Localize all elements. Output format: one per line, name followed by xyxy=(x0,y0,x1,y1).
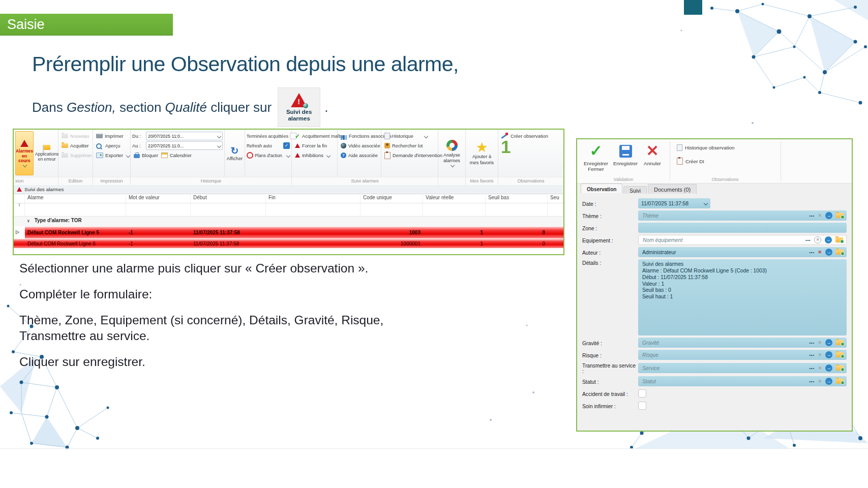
folder-add-icon[interactable] xyxy=(836,250,844,255)
go-icon[interactable]: → xyxy=(825,364,832,372)
clear-icon[interactable]: ✕ xyxy=(814,236,821,243)
creer-di-button[interactable]: Créer DI xyxy=(677,158,704,165)
risque-input[interactable] xyxy=(641,352,806,358)
auteur-field: •••✕→ xyxy=(638,247,847,257)
telescope-icon xyxy=(501,133,508,139)
column-header-alarme[interactable]: Alarme xyxy=(25,194,126,203)
theme-input[interactable] xyxy=(641,212,806,219)
ribbon-group-suivi-1: ✓Acquittement maître Forcer la fin Inhib… xyxy=(292,130,338,177)
ellipsis-icon[interactable]: ••• xyxy=(810,379,815,384)
go-icon[interactable]: → xyxy=(825,236,832,243)
forcer-la-fin-button[interactable]: Forcer la fin xyxy=(293,141,336,150)
auteur-input[interactable] xyxy=(641,249,806,256)
cell-fin xyxy=(266,227,361,238)
statut-input[interactable] xyxy=(641,378,806,385)
calendrier-button[interactable]: Calendrier xyxy=(160,150,192,160)
clear-icon[interactable]: ✕ xyxy=(818,213,822,218)
imprimer-button[interactable]: Imprimer xyxy=(95,131,129,141)
magnifier-icon xyxy=(96,143,102,149)
alarm-tab-title[interactable]: Suivi des alarmes xyxy=(24,187,64,192)
clear-icon[interactable]: ✕ xyxy=(818,250,822,255)
go-icon[interactable]: → xyxy=(825,378,832,385)
transmettre-input[interactable] xyxy=(641,365,806,372)
alarm-row[interactable]: Défaut COM Rockwell Ligne 6 -1 11/07/202… xyxy=(14,239,563,248)
zone-input[interactable] xyxy=(641,225,844,231)
historique-button[interactable]: Historique xyxy=(383,131,436,141)
folder-add-icon[interactable] xyxy=(836,213,844,218)
filter-cell[interactable] xyxy=(191,203,266,216)
column-header-valeur-reelle[interactable]: Valeur réelle xyxy=(423,194,486,203)
ellipsis-icon[interactable]: ••• xyxy=(810,366,815,371)
bloquer-button[interactable]: Bloquer xyxy=(132,150,158,160)
folder-add-icon[interactable] xyxy=(836,379,844,384)
ajouter-favoris-button[interactable]: ★ Ajouter à mes favoris xyxy=(467,131,496,175)
go-icon[interactable]: → xyxy=(825,339,832,346)
video-associee-button[interactable]: Vidéo associée xyxy=(339,141,379,150)
column-header-code-unique[interactable]: Code unique xyxy=(361,194,423,203)
alarm-table: Alarme Mot de valeur Début Fin Code uniq… xyxy=(14,194,563,254)
filter-cell[interactable] xyxy=(423,203,486,216)
annuler-button[interactable]: ✕ Annuler xyxy=(640,143,665,166)
ellipsis-icon[interactable]: ••• xyxy=(805,238,811,242)
enregistrer-button[interactable]: Enregistrer xyxy=(611,143,640,166)
column-header-mot-de-valeur[interactable]: Mot de valeur xyxy=(126,194,191,203)
inhibitions-button[interactable]: Inhibitions xyxy=(293,150,336,160)
filter-cell[interactable] xyxy=(361,203,423,216)
tab-observation[interactable]: Observation xyxy=(581,184,622,193)
afficher-button[interactable]: ↻ Afficher xyxy=(226,131,243,175)
alarm-row-selected[interactable]: ▷ Défaut COM Rockwell Ligne 5 -1 11/07/2… xyxy=(14,226,563,239)
intro-text: Dans xyxy=(32,100,67,115)
ellipsis-icon[interactable]: ••• xyxy=(810,353,815,357)
aide-associee-button[interactable]: ?Aide associée xyxy=(339,150,379,160)
refresh-auto-checkbox[interactable]: ✓ xyxy=(283,142,290,149)
clear-icon[interactable]: ✕ xyxy=(818,379,822,384)
folder-add-icon[interactable] xyxy=(836,365,844,371)
details-textarea[interactable]: Suivi des alarmes Alarme : Défaut COM Ro… xyxy=(638,259,847,336)
analyse-alarmes-button[interactable]: Analyse alarmes xyxy=(440,131,464,175)
ellipsis-icon[interactable]: ••• xyxy=(810,341,815,345)
applications-en-erreur-button[interactable]: Applications en erreur xyxy=(35,131,58,175)
ellipsis-icon[interactable]: ••• xyxy=(810,250,815,255)
go-icon[interactable]: → xyxy=(825,351,832,358)
historique-observation-button[interactable]: Historique observation xyxy=(677,144,734,151)
accident-travail-checkbox[interactable] xyxy=(638,389,646,398)
folder-add-icon[interactable] xyxy=(835,237,843,242)
tab-documents[interactable]: Documents (0) xyxy=(648,184,697,194)
rechercher-lot-button[interactable]: Rechercher lot xyxy=(383,141,436,150)
clear-icon[interactable]: ✕ xyxy=(818,365,822,371)
apercu-button[interactable]: Aperçu xyxy=(95,141,129,150)
demande-intervention-button[interactable]: Demande d'intervention xyxy=(383,150,436,160)
folder-add-icon[interactable] xyxy=(836,340,844,345)
column-header-debut[interactable]: Début xyxy=(191,194,266,203)
clear-icon[interactable]: ✕ xyxy=(818,352,822,357)
alarmes-en-cours-button[interactable]: Alarmes en cours xyxy=(15,131,34,175)
du-date-dropdown[interactable]: 20/07/2025 11:0... xyxy=(146,132,223,140)
equipement-input[interactable] xyxy=(642,237,802,243)
go-icon[interactable]: → xyxy=(825,249,832,256)
date-dropdown[interactable]: 11/07/2025 11:37:58 xyxy=(638,198,710,208)
ellipsis-icon[interactable]: ••• xyxy=(810,214,815,218)
filter-cell[interactable] xyxy=(266,203,361,216)
go-icon[interactable]: → xyxy=(825,212,832,219)
acquittement-maitre-button[interactable]: ✓Acquittement maître xyxy=(293,131,336,141)
folder-add-icon[interactable] xyxy=(836,352,844,357)
filter-cell[interactable] xyxy=(548,203,563,216)
filter-cell[interactable] xyxy=(25,203,126,216)
table-group-row[interactable]: ∨ Type d'alarme: TOR xyxy=(14,217,563,226)
filter-cell[interactable] xyxy=(126,203,191,216)
column-header-seuil-bas[interactable]: Seuil bas xyxy=(486,194,548,203)
column-header-fin[interactable]: Fin xyxy=(266,194,361,203)
column-header-seuil-haut[interactable]: Seu xyxy=(548,194,563,203)
gravite-field: •••✕→ xyxy=(638,338,847,348)
plans-daction-button[interactable]: Plans d'action xyxy=(247,150,290,160)
gravite-input[interactable] xyxy=(641,340,806,346)
au-date-dropdown[interactable]: 22/07/2025 11:0... xyxy=(146,141,223,150)
clear-icon[interactable]: ✕ xyxy=(818,340,822,345)
fonctions-associees-button[interactable]: Fonctions associées xyxy=(339,131,379,141)
creer-observation-button[interactable]: Créer observation 1 xyxy=(500,131,561,175)
acquitter-button[interactable]: Acquitter xyxy=(60,141,91,150)
soin-infirmier-checkbox[interactable] xyxy=(638,402,646,410)
enregistrer-fermer-button[interactable]: ✓ Enregistrer Fermer xyxy=(581,143,611,172)
exporter-button[interactable]: Exporter xyxy=(95,150,129,160)
filter-cell[interactable] xyxy=(486,203,548,216)
